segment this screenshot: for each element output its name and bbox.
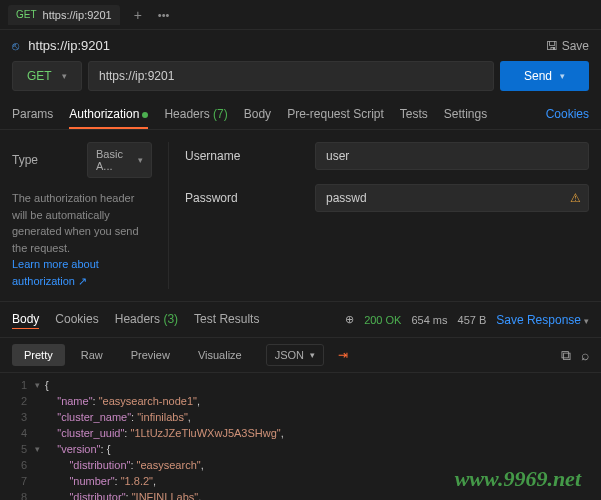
tab-method: GET xyxy=(16,9,37,20)
password-field[interactable] xyxy=(315,184,589,212)
indicator-dot xyxy=(142,112,148,118)
tab-settings[interactable]: Settings xyxy=(444,101,487,129)
password-label: Password xyxy=(185,191,315,205)
tab-tests[interactable]: Tests xyxy=(400,101,428,129)
status-code: 200 OK xyxy=(364,314,401,326)
view-visualize[interactable]: Visualize xyxy=(186,344,254,366)
line-gutter: 1234567891011121314151617 xyxy=(0,377,35,500)
body-toolbar: Pretty Raw Preview Visualize JSON ▾ ⇥ ⧉ … xyxy=(0,338,601,373)
username-field[interactable] xyxy=(315,142,589,170)
resp-tab-test-results[interactable]: Test Results xyxy=(194,310,259,329)
save-icon: 🖫 xyxy=(546,39,558,53)
resp-tab-body[interactable]: Body xyxy=(12,310,39,329)
response-bar: Body Cookies Headers (3) Test Results ⊕ … xyxy=(0,302,601,338)
response-size: 457 B xyxy=(458,314,487,326)
chevron-down-icon: ▾ xyxy=(62,71,67,81)
json-content[interactable]: { "name": "easysearch-node1", "cluster_n… xyxy=(45,377,601,500)
view-pretty[interactable]: Pretty xyxy=(12,344,65,366)
tab-body[interactable]: Body xyxy=(244,101,271,129)
url-input[interactable] xyxy=(88,61,494,91)
type-label: Type xyxy=(12,153,87,167)
request-tabs: Params Authorization Headers (7) Body Pr… xyxy=(0,101,601,130)
auth-type-select[interactable]: Basic A... ▾ xyxy=(87,142,152,178)
save-response-button[interactable]: Save Response▾ xyxy=(496,313,589,327)
plus-icon[interactable]: + xyxy=(126,3,150,27)
send-button[interactable]: Send ▾ xyxy=(500,61,589,91)
response-time: 654 ms xyxy=(411,314,447,326)
warning-icon[interactable]: ⚠ xyxy=(570,191,581,205)
tab-title: https://ip:9201 xyxy=(43,9,112,21)
search-icon[interactable]: ⌕ xyxy=(581,347,589,364)
cookies-link[interactable]: Cookies xyxy=(546,101,589,129)
fold-gutter: ▾▾ xyxy=(35,377,45,500)
request-header: ⎋ https://ip:9201 🖫 Save xyxy=(0,30,601,61)
resp-tab-cookies[interactable]: Cookies xyxy=(55,310,98,329)
copy-icon[interactable]: ⧉ xyxy=(561,347,571,364)
top-bar: GET https://ip:9201 + ••• xyxy=(0,0,601,30)
http-icon: ⎋ xyxy=(12,39,19,53)
globe-icon[interactable]: ⊕ xyxy=(345,313,354,326)
tab-authorization[interactable]: Authorization xyxy=(69,101,148,129)
tab-params[interactable]: Params xyxy=(12,101,53,129)
resp-tab-headers[interactable]: Headers (3) xyxy=(115,310,178,329)
view-preview[interactable]: Preview xyxy=(119,344,182,366)
divider xyxy=(168,142,169,289)
response-body: 1234567891011121314151617 ▾▾ { "name": "… xyxy=(0,373,601,500)
auth-section: Type Basic A... ▾ The authorization head… xyxy=(0,130,601,302)
tab-headers[interactable]: Headers (7) xyxy=(164,101,227,129)
auth-help-link[interactable]: Learn more about authorization ↗ xyxy=(12,258,99,287)
chevron-down-icon: ▾ xyxy=(560,71,565,81)
chevron-down-icon: ▾ xyxy=(310,350,315,360)
username-label: Username xyxy=(185,149,315,163)
view-raw[interactable]: Raw xyxy=(69,344,115,366)
save-button[interactable]: 🖫 Save xyxy=(546,39,589,53)
wrap-lines-icon[interactable]: ⇥ xyxy=(334,344,352,366)
url-bar: GET ▾ Send ▾ xyxy=(0,61,601,101)
more-icon[interactable]: ••• xyxy=(150,5,178,25)
format-select[interactable]: JSON ▾ xyxy=(266,344,324,366)
chevron-down-icon: ▾ xyxy=(138,155,143,165)
request-title: https://ip:9201 xyxy=(28,38,110,53)
tab-prerequest[interactable]: Pre-request Script xyxy=(287,101,384,129)
request-tab[interactable]: GET https://ip:9201 xyxy=(8,5,120,25)
chevron-down-icon: ▾ xyxy=(584,316,589,326)
method-select[interactable]: GET ▾ xyxy=(12,61,82,91)
auth-help-text: The authorization header will be automat… xyxy=(12,190,152,289)
